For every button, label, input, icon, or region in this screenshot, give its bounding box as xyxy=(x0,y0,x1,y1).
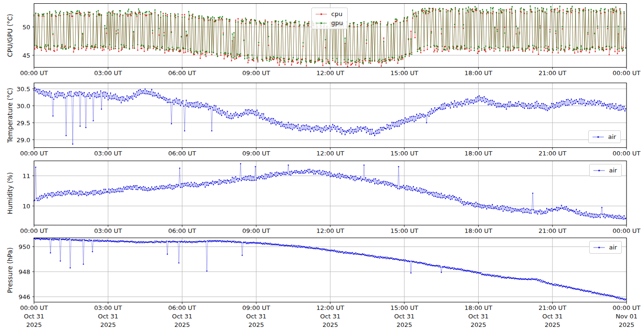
x-tick-label: 21:00 UT xyxy=(539,69,567,77)
year-label: 2025 xyxy=(471,321,486,328)
plot-svg-pressure xyxy=(0,238,644,305)
y-tick-label: 29.5 xyxy=(4,119,30,126)
x-tick-label: 09:00 UT xyxy=(242,150,270,157)
x-tick-label: 00:00 UT xyxy=(612,227,640,234)
panel-air-pressure: Pressure (hPa) 946948950 xyxy=(0,238,644,302)
x-tick-label: 15:00 UT xyxy=(390,150,418,157)
legend: air xyxy=(589,241,622,254)
panel-air-temperature: Temperature (°C) 29.029.530.030.5 xyxy=(0,83,644,148)
sensor-dashboard-figure: CPU/GPU (°C) 4550 Temperature (°C) 29.02… xyxy=(0,0,644,334)
series-markers-air xyxy=(34,88,626,144)
legend-marker-icon xyxy=(592,168,606,173)
legend-marker-icon xyxy=(592,134,605,140)
legend: cpugpu xyxy=(311,8,348,29)
x-tick-label: 00:00 UT xyxy=(612,150,640,157)
x-tick-label: 03:00 UT xyxy=(94,304,122,311)
legend-entry: gpu xyxy=(315,18,343,27)
x-tick-label: 12:00 UT xyxy=(316,150,344,157)
x-tick-label: 06:00 UT xyxy=(168,69,196,77)
date-label: Oct 31 xyxy=(172,313,192,320)
year-label: 2025 xyxy=(100,321,116,328)
date-label: Oct 31 xyxy=(320,313,340,320)
y-tick-label: 45 xyxy=(4,51,30,59)
plot-svg-humidity xyxy=(0,161,644,228)
x-tick-label: 00:00 UT xyxy=(612,69,640,77)
plot-svg-temperature xyxy=(0,83,644,151)
x-tick-label: 18:00 UT xyxy=(464,304,492,311)
x-tick-label: 18:00 UT xyxy=(464,150,492,157)
legend-entry: air xyxy=(592,166,617,175)
y-tick-label: 29.0 xyxy=(4,136,30,143)
x-tick-label: 12:00 UT xyxy=(316,304,344,311)
legend-label: gpu xyxy=(331,18,343,27)
x-tick-label: 15:00 UT xyxy=(390,69,418,77)
x-tick-label: 09:00 UT xyxy=(242,227,270,234)
y-tick-label: 946 xyxy=(4,293,30,300)
x-tick-label: 21:00 UT xyxy=(539,150,567,157)
year-label: 2025 xyxy=(249,321,264,328)
date-label: Oct 31 xyxy=(246,313,266,320)
year-label: 2025 xyxy=(545,321,560,328)
date-label: Oct 31 xyxy=(468,313,489,320)
x-tick-label: 03:00 UT xyxy=(94,150,122,157)
x-tick-label: 00:00 UT xyxy=(20,304,48,311)
legend: air xyxy=(588,130,621,143)
y-tick-label: 10 xyxy=(4,203,30,210)
x-tick-label: 03:00 UT xyxy=(94,69,122,77)
x-tick-label: 15:00 UT xyxy=(390,227,418,234)
legend-label: air xyxy=(608,132,616,141)
date-label: Oct 31 xyxy=(24,313,44,320)
legend-label: air xyxy=(609,243,617,252)
x-tick-label: 15:00 UT xyxy=(390,304,418,311)
x-tick-label: 18:00 UT xyxy=(464,69,492,77)
x-tick-label: 12:00 UT xyxy=(316,227,344,234)
legend-label: cpu xyxy=(331,9,343,18)
legend: air xyxy=(589,164,622,177)
x-tick-label: 21:00 UT xyxy=(539,227,567,234)
x-tick-label: 00:00 UT xyxy=(612,304,640,311)
x-tick-label: 03:00 UT xyxy=(94,227,122,234)
y-tick-label: 50 xyxy=(4,24,30,31)
legend-label: air xyxy=(609,166,617,175)
year-label: 2025 xyxy=(618,321,634,328)
series-markers-air xyxy=(34,239,626,300)
x-tick-label: 18:00 UT xyxy=(464,227,492,234)
x-tick-label: 12:00 UT xyxy=(316,69,344,77)
x-tick-label: 06:00 UT xyxy=(168,227,196,234)
series-line-air xyxy=(34,239,626,300)
year-label: 2025 xyxy=(322,321,338,328)
x-tick-label: 21:00 UT xyxy=(539,304,567,311)
x-tick-label: 06:00 UT xyxy=(168,150,196,157)
x-tick-label: 06:00 UT xyxy=(168,304,196,311)
legend-entry: cpu xyxy=(315,9,343,18)
year-label: 2025 xyxy=(26,321,42,328)
x-tick-label: 00:00 UT xyxy=(20,69,48,77)
date-label: Nov 01 xyxy=(616,313,637,320)
x-tick-label: 00:00 UT xyxy=(20,150,48,157)
panel-air-humidity: Humidity (%) 1011 xyxy=(0,161,644,225)
legend-entry: air xyxy=(592,243,617,252)
legend-marker-icon xyxy=(315,11,328,17)
date-label: Oct 31 xyxy=(394,313,414,320)
date-label: Oct 31 xyxy=(98,313,118,320)
x-tick-label: 00:00 UT xyxy=(20,227,48,234)
legend-entry: air xyxy=(592,132,616,141)
y-tick-label: 30.5 xyxy=(4,85,30,92)
y-tick-label: 30.0 xyxy=(4,102,30,109)
x-tick-label: 09:00 UT xyxy=(242,304,270,311)
x-tick-label: 09:00 UT xyxy=(242,69,270,77)
series-markers-air xyxy=(34,163,626,219)
legend-marker-icon xyxy=(592,245,606,250)
series-line-air xyxy=(34,88,626,144)
year-label: 2025 xyxy=(174,321,190,328)
date-label: Oct 31 xyxy=(542,313,563,320)
y-tick-label: 948 xyxy=(4,268,30,275)
y-tick-label: 950 xyxy=(4,243,30,250)
y-tick-label: 11 xyxy=(4,172,30,180)
legend-marker-icon xyxy=(315,20,328,26)
year-label: 2025 xyxy=(396,321,412,328)
